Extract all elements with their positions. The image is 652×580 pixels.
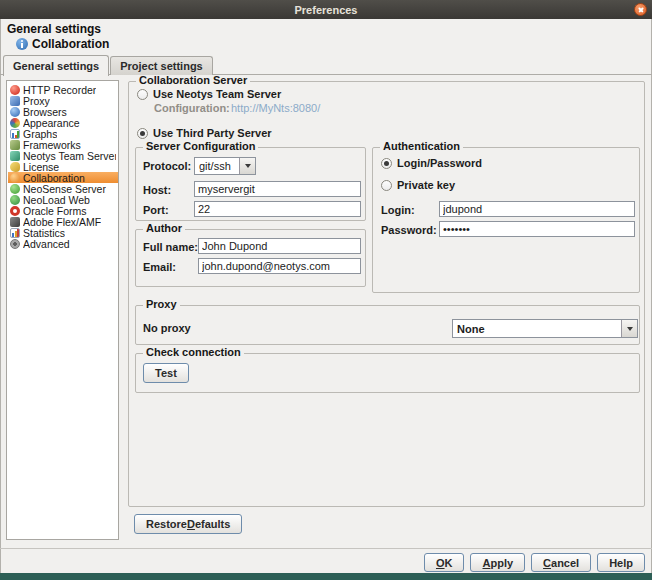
settings-section-title: General settings [7, 22, 101, 36]
oracle-forms-icon [10, 206, 20, 216]
settings-subsection-title: Collaboration [32, 37, 109, 51]
graphs-icon [10, 129, 20, 139]
http-recorder-icon [10, 85, 20, 95]
author-group: Author Full name: Email: [135, 229, 366, 287]
window-title: Preferences [295, 4, 358, 16]
sidebar-item-frameworks[interactable]: Frameworks [8, 139, 118, 150]
tab-general-settings[interactable]: General settings [3, 55, 109, 76]
collaboration-icon [10, 173, 20, 183]
team-server-icon [10, 151, 20, 161]
apply-button[interactable]: Apply [470, 553, 525, 572]
login-password-label: Login/Password [397, 157, 482, 169]
sidebar-item-neosense-server[interactable]: NeoSense Server [8, 183, 118, 194]
check-connection-group: Check connection Test [135, 353, 640, 393]
login-password-radio[interactable] [381, 158, 392, 169]
author-group-title: Author [143, 222, 185, 234]
port-label: Port: [143, 204, 169, 216]
full-name-input[interactable] [198, 238, 361, 254]
email-input[interactable] [198, 258, 361, 274]
private-key-label: Private key [397, 179, 455, 191]
proxy-mode-label: No proxy [143, 322, 191, 334]
cancel-button[interactable]: Cancel [531, 553, 591, 572]
sidebar-item-http-recorder[interactable]: HTTP Recorder [8, 84, 118, 95]
settings-subsection: Collaboration [16, 37, 109, 51]
settings-category-list: HTTP Recorder Proxy Browsers Appearance … [6, 80, 119, 540]
help-button[interactable]: Help [597, 553, 645, 572]
frameworks-icon [10, 140, 20, 150]
sidebar-item-advanced[interactable]: Advanced [8, 238, 118, 249]
sidebar-item-neotys-team-server[interactable]: Neotys Team Server [8, 150, 118, 161]
protocol-value: git/ssh [195, 158, 239, 174]
login-label: Login: [381, 204, 415, 216]
advanced-icon [10, 239, 20, 249]
server-configuration-group-title: Server Configuration [143, 140, 258, 152]
use-third-party-label: Use Third Party Server [153, 127, 272, 139]
collaboration-server-group: Collaboration Server Use Neotys Team Ser… [128, 81, 645, 507]
ok-button[interactable]: OK [424, 553, 465, 572]
sidebar-item-graphs[interactable]: Graphs [8, 128, 118, 139]
protocol-select[interactable]: git/ssh [194, 157, 256, 175]
tab-project-settings[interactable]: Project settings [110, 56, 213, 75]
proxy-dropdown-arrow-icon[interactable] [621, 320, 637, 337]
close-icon[interactable] [634, 3, 647, 16]
sidebar-item-proxy[interactable]: Proxy [8, 95, 118, 106]
browsers-icon [10, 107, 20, 117]
neosense-icon [10, 184, 20, 194]
tab-bar: General settings Project settings [3, 55, 214, 75]
protocol-dropdown-arrow-icon[interactable] [239, 158, 255, 174]
proxy-group: Proxy No proxy None [135, 305, 640, 345]
use-team-server-label: Use Neotys Team Server [153, 88, 281, 100]
info-icon [16, 38, 28, 50]
sidebar-item-appearance[interactable]: Appearance [8, 117, 118, 128]
password-input[interactable] [439, 221, 635, 237]
email-label: Email: [143, 261, 176, 273]
configuration-label: Configuration: [154, 102, 230, 114]
titlebar[interactable]: Preferences [0, 0, 652, 19]
proxy-selected-value: None [453, 320, 621, 337]
sidebar-item-browsers[interactable]: Browsers [8, 106, 118, 117]
host-input[interactable] [194, 181, 361, 197]
authentication-group: Authentication Login/Password Private ke… [372, 147, 640, 293]
port-input[interactable] [194, 201, 361, 217]
preferences-window: Preferences General settings Collaborati… [0, 0, 652, 580]
protocol-label: Protocol: [143, 160, 191, 172]
use-third-party-radio[interactable] [137, 128, 148, 139]
flex-amf-icon [10, 217, 20, 227]
taskbar [0, 573, 652, 580]
sidebar-item-oracle-forms[interactable]: Oracle Forms [8, 205, 118, 216]
proxy-icon [10, 96, 20, 106]
authentication-group-title: Authentication [380, 140, 463, 152]
collaboration-server-group-title: Collaboration Server [136, 74, 250, 86]
login-input[interactable] [439, 201, 635, 217]
private-key-radio[interactable] [381, 180, 392, 191]
server-configuration-group: Server Configuration Protocol: git/ssh H… [135, 147, 366, 221]
test-button[interactable]: Test [143, 363, 189, 383]
statistics-icon [10, 228, 20, 238]
check-connection-group-title: Check connection [143, 346, 244, 358]
sidebar-item-neoload-web[interactable]: NeoLoad Web [8, 194, 118, 205]
restore-defaults-button[interactable]: Restore Defaults [134, 514, 242, 534]
sidebar-item-collaboration[interactable]: Collaboration [8, 172, 118, 183]
use-team-server-radio[interactable] [137, 89, 148, 100]
host-label: Host: [143, 184, 171, 196]
proxy-group-title: Proxy [143, 298, 180, 310]
configuration-url-link: http://MyNts:8080/ [231, 102, 320, 114]
appearance-icon [10, 118, 20, 128]
sidebar-item-license[interactable]: License [8, 161, 118, 172]
sidebar-item-statistics[interactable]: Statistics [8, 227, 118, 238]
full-name-label: Full name: [143, 241, 198, 253]
proxy-select[interactable]: None [452, 319, 638, 338]
password-label: Password: [381, 224, 437, 236]
neoload-web-icon [10, 195, 20, 205]
sidebar-item-adobe-flex-amf[interactable]: Adobe Flex/AMF [8, 216, 118, 227]
license-icon [10, 162, 20, 172]
dialog-footer: OK Apply Cancel Help [0, 548, 652, 574]
